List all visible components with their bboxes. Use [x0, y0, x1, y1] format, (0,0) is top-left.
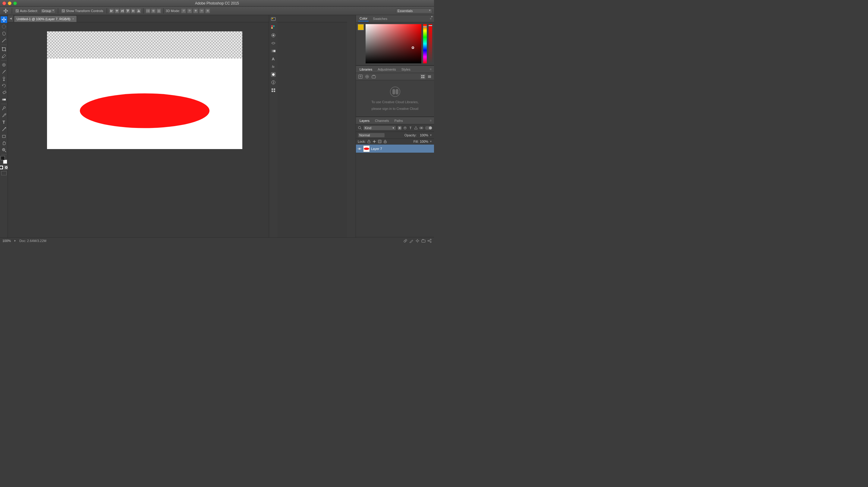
transform-controls-area[interactable]: ✓ Show Transform Controls [60, 8, 104, 13]
magic-wand-tool[interactable] [1, 37, 7, 44]
libraries-panel-menu[interactable]: ≡ [430, 67, 432, 71]
color-tab[interactable]: Color [358, 16, 369, 22]
text-filter-icon[interactable]: T [408, 125, 413, 130]
3d-rotate-icon[interactable]: ↺ [181, 8, 186, 13]
layer-visibility-toggle[interactable] [357, 146, 362, 151]
adjustment-filter-icon[interactable] [403, 125, 407, 130]
lib-icon-1[interactable] [358, 74, 363, 79]
gradient-tool[interactable] [1, 96, 7, 103]
minimize-button[interactable] [8, 1, 11, 5]
align-middle-v-icon[interactable] [131, 8, 135, 13]
document-tab[interactable]: Untitled-1 @ 100% (Layer 7, RGB/8) × [14, 16, 77, 22]
move-tool-btn[interactable] [2, 7, 10, 14]
brush-tool[interactable] [1, 68, 7, 75]
move-tool[interactable] [1, 16, 7, 23]
auto-select-dropdown[interactable]: Group ▼ [40, 8, 56, 13]
status-folder-icon[interactable] [421, 239, 426, 243]
auto-select-area[interactable]: ✓ Auto-Select: [14, 8, 39, 13]
channels-tab[interactable]: Channels [374, 118, 390, 123]
lock-all-icon[interactable] [383, 139, 387, 144]
lib-grid-view[interactable] [420, 74, 426, 79]
clone-stamp-tool[interactable] [1, 76, 7, 82]
mask-panel-icon[interactable] [270, 71, 277, 78]
text-panel-icon[interactable]: A [270, 56, 277, 62]
gradient-panel-icon[interactable] [270, 48, 277, 54]
dist-right-icon[interactable] [156, 8, 161, 13]
align-left-icon[interactable] [109, 8, 114, 13]
history-brush-tool[interactable] [1, 82, 7, 89]
info-icon[interactable] [270, 79, 277, 86]
layers-filter-dropdown[interactable]: Kind ▼ [363, 125, 396, 130]
libraries-tab[interactable]: Libraries [358, 67, 373, 72]
align-bottom-icon[interactable] [136, 8, 141, 13]
close-button[interactable] [2, 1, 6, 5]
3d-roll-icon[interactable]: ⟳ [187, 8, 192, 13]
auto-select-checkbox[interactable]: ✓ [16, 9, 19, 13]
3d-scale-icon[interactable]: ⊞ [205, 8, 210, 13]
styles-tab[interactable]: Styles [400, 67, 412, 72]
swatches-icon[interactable] [270, 24, 277, 31]
essentials-dropdown[interactable]: Essentials ▼ [396, 8, 432, 13]
path-selection-tool[interactable] [1, 126, 7, 133]
adjustments-icon[interactable] [270, 40, 277, 47]
screen-mode-btn[interactable] [1, 171, 7, 175]
3d-pan-icon[interactable]: ✥ [193, 8, 198, 13]
fill-arrow[interactable]: ▼ [430, 140, 432, 143]
hand-tool[interactable] [1, 140, 7, 146]
dist-center-h-icon[interactable] [151, 8, 156, 13]
standard-mode-btn[interactable] [0, 165, 3, 170]
status-link-icon[interactable] [403, 239, 407, 243]
blend-mode-dropdown[interactable]: Normal ▼ [358, 133, 385, 138]
lock-artboard-icon[interactable] [378, 139, 382, 144]
status-edit-icon[interactable] [409, 239, 413, 243]
hue-bar[interactable] [423, 24, 427, 63]
panel-collapse-btn[interactable]: ◀ [8, 15, 14, 22]
shape-tool[interactable] [1, 133, 7, 139]
libraries-icon[interactable] [270, 87, 277, 93]
maximize-button[interactable] [13, 1, 17, 5]
adjustments-tab[interactable]: Adjustments [376, 67, 397, 72]
lib-icon-2[interactable] [364, 74, 370, 79]
pixel-filter-icon[interactable] [397, 125, 402, 130]
status-expand-icon[interactable] [13, 239, 17, 242]
opacity-arrow[interactable]: ▼ [430, 134, 432, 137]
dodge-tool[interactable] [1, 105, 7, 112]
pen-tool[interactable] [1, 112, 7, 119]
background-color-swatch[interactable] [3, 160, 7, 164]
spot-healing-tool[interactable] [1, 62, 7, 68]
dist-left-icon[interactable] [146, 8, 150, 13]
align-center-h-icon[interactable] [115, 8, 119, 13]
layer-row[interactable]: Layer 7 [356, 145, 434, 153]
layers-panel-menu[interactable]: ≡ [430, 119, 432, 122]
lasso-tool[interactable] [1, 30, 7, 37]
alpha-bar[interactable] [429, 24, 432, 63]
status-settings-icon[interactable] [415, 239, 420, 243]
lock-pixels-icon[interactable] [367, 139, 371, 144]
foreground-color-swatch[interactable] [1, 156, 5, 160]
lock-position-icon[interactable] [372, 139, 376, 144]
transform-controls-checkbox[interactable]: ✓ [61, 9, 65, 13]
layers-tab[interactable]: Layers [358, 118, 371, 123]
align-top-icon[interactable] [125, 8, 130, 13]
zoom-tool[interactable] [1, 147, 7, 153]
lib-list-view[interactable] [427, 74, 432, 79]
opacity-value[interactable]: 100% [418, 133, 428, 137]
text-tool[interactable]: T [1, 119, 7, 125]
eraser-tool[interactable] [1, 89, 7, 96]
paths-tab[interactable]: Paths [393, 118, 404, 123]
color-swatches[interactable] [1, 156, 7, 164]
smart-filter-icon[interactable] [419, 125, 424, 130]
eyedropper-tool[interactable] [1, 53, 7, 59]
lib-icon-3[interactable] [371, 74, 376, 79]
fill-value[interactable]: 100% [420, 140, 428, 143]
marquee-tool[interactable] [1, 23, 7, 30]
crop-tool[interactable] [1, 46, 7, 53]
fx-icon[interactable]: fx [270, 63, 277, 70]
swatches-tab[interactable]: Swatches [372, 16, 389, 21]
align-right-icon[interactable] [120, 8, 125, 13]
styles-icon[interactable] [270, 32, 277, 39]
3d-slide-icon[interactable]: ⇔ [199, 8, 204, 13]
shape-filter-icon[interactable] [413, 125, 418, 130]
color-picker-icon[interactable] [270, 16, 277, 23]
status-share-icon[interactable] [427, 239, 432, 243]
